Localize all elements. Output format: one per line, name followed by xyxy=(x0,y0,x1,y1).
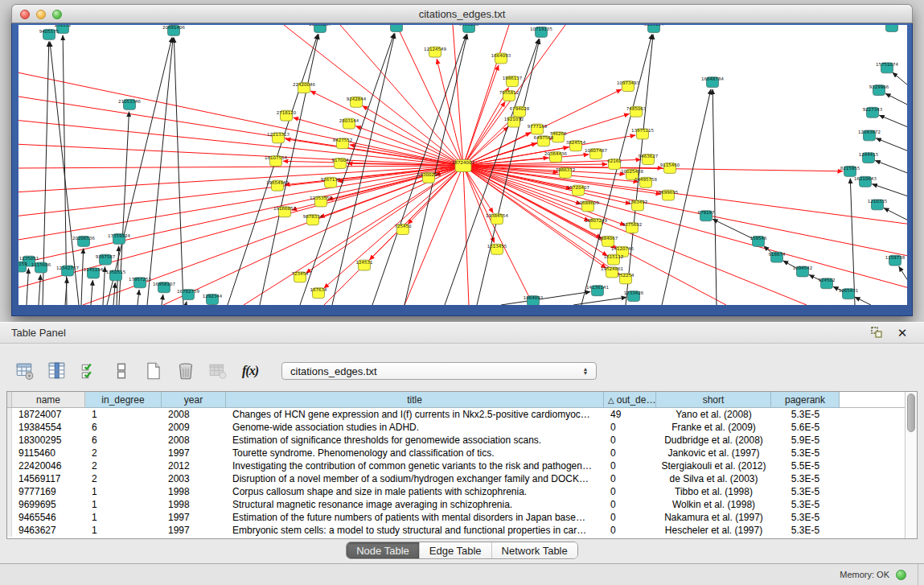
graph-node[interactable]: 2718120 xyxy=(277,110,297,121)
graph-node[interactable]: 725450 xyxy=(395,224,412,234)
table-row[interactable]: 1938455462009Genome-wide association stu… xyxy=(7,421,905,434)
graph-node[interactable]: 1615112 xyxy=(604,254,623,265)
float-window-icon[interactable] xyxy=(869,325,884,340)
graph-node[interactable]: 124531 xyxy=(356,260,373,270)
delete-column-icon[interactable] xyxy=(175,360,196,381)
table-selector-dropdown[interactable]: citations_edges.txt ▲▼ xyxy=(281,362,597,380)
memory-status-icon[interactable] xyxy=(896,570,906,580)
graph-node[interactable]: 9466160 xyxy=(459,25,479,32)
graph-node[interactable]: 9242844 xyxy=(347,97,367,107)
close-icon[interactable]: ✕ xyxy=(895,325,910,340)
graph-node[interactable]: 10719135 xyxy=(530,27,552,37)
graph-node[interactable]: 12124549 xyxy=(424,47,446,57)
graph-node[interactable]: 1986137 xyxy=(503,76,522,86)
graph-node[interactable]: 1350515 xyxy=(106,270,125,280)
graph-node[interactable]: 10688609 xyxy=(577,200,599,211)
column-header-name[interactable]: name xyxy=(12,392,85,408)
graph-node[interactable]: 19384554 xyxy=(486,213,508,224)
column-header-pagerank[interactable]: pagerank xyxy=(771,392,840,408)
graph-node[interactable]: 1115686 xyxy=(31,262,51,273)
table-row[interactable]: 911546021997Tourette syndrome. Phenomeno… xyxy=(7,447,905,459)
graph-node[interactable]: 8215955 xyxy=(840,166,860,176)
minimize-icon[interactable] xyxy=(36,10,46,19)
column-header-title[interactable]: title xyxy=(226,392,604,408)
graph-node[interactable]: 17359924 xyxy=(108,233,130,244)
close-icon[interactable] xyxy=(20,10,30,19)
graph-node[interactable]: 9115460 xyxy=(660,163,680,173)
graph-node[interactable]: 3824554 xyxy=(566,140,586,150)
graph-node[interactable]: 22420046 xyxy=(293,82,315,93)
graph-node[interactable]: 14136141 xyxy=(586,285,609,295)
graph-node[interactable]: 8139104 xyxy=(644,25,664,32)
graph-node[interactable]: 16648784 xyxy=(701,76,724,87)
graph-node[interactable]: 9267130 xyxy=(321,177,341,187)
table-row[interactable]: 1456911722003Disruption of a novel membe… xyxy=(7,472,905,485)
graph-node[interactable]: 17957253 xyxy=(129,277,151,287)
graph-node[interactable]: 18107554 xyxy=(265,155,287,166)
graph-node[interactable]: 16958107 xyxy=(153,282,175,292)
table-row[interactable]: 1872400712008Changes of HCN gene express… xyxy=(7,408,905,421)
graph-node[interactable]: 1527602 xyxy=(387,25,406,31)
graph-node[interactable]: 6794028 xyxy=(510,106,530,117)
graph-node[interactable]: 39159 xyxy=(18,262,27,272)
table-mode-icon[interactable] xyxy=(14,360,35,381)
graph-node[interactable]: 159546 xyxy=(750,236,767,246)
column-header-year[interactable]: year xyxy=(162,392,226,408)
graph-node[interactable]: 21053346 xyxy=(118,99,141,109)
graph-node[interactable]: 679197 xyxy=(698,210,715,220)
network-canvas-container[interactable]: 2311129405575206914061065328715276029466… xyxy=(18,25,907,305)
table-row[interactable]: 977716911998Corpus callosum shape and si… xyxy=(7,485,905,498)
table-row[interactable]: 946362711997Embryonic stem cells: a mode… xyxy=(7,524,905,537)
graph-node[interactable]: 7986372 xyxy=(556,167,575,178)
column-header-short[interactable]: short xyxy=(656,392,771,408)
graph-node[interactable]: 6497568 xyxy=(534,135,554,146)
graph-node[interactable]: 1292344 xyxy=(203,294,223,304)
graph-node[interactable]: 9405575 xyxy=(39,29,59,39)
column-header-out-degree[interactable]: △out_de… xyxy=(604,392,656,408)
select-all-rows-icon[interactable] xyxy=(79,360,100,381)
graph-node[interactable]: 13975115 xyxy=(631,128,654,138)
scrollbar-thumb[interactable] xyxy=(907,393,915,432)
zoom-icon[interactable] xyxy=(52,10,62,19)
graph-node[interactable]: 10653287 xyxy=(309,25,331,32)
function-builder-icon[interactable]: f(x) xyxy=(240,360,261,381)
graph-node[interactable]: 1864093 xyxy=(524,295,544,305)
graph-node[interactable]: 20206536 xyxy=(72,236,95,246)
graph-node[interactable]: 1244415 xyxy=(859,152,878,163)
graph-node[interactable]: 18807249 xyxy=(585,218,607,229)
graph-node[interactable]: 723454 xyxy=(292,271,309,282)
graph-node[interactable]: 18724007 xyxy=(452,160,474,172)
graph-node[interactable]: 10807487 xyxy=(585,148,607,159)
graph-node[interactable]: 924502 xyxy=(819,278,836,288)
tab-edge-table[interactable]: Edge Table xyxy=(419,542,491,558)
delete-table-icon[interactable] xyxy=(207,360,228,381)
table-row[interactable]: 1830029562008Estimation of significance … xyxy=(7,434,905,447)
graph-node[interactable]: 16782759 xyxy=(177,289,199,299)
graph-node[interactable]: 752254 xyxy=(618,273,634,283)
graph-node[interactable]: 19166852 xyxy=(273,206,296,216)
graph-node[interactable]: 8427552 xyxy=(333,138,352,148)
vertical-scrollbar[interactable] xyxy=(905,392,917,538)
column-select-icon[interactable] xyxy=(47,360,68,381)
graph-node[interactable]: 62160 xyxy=(607,159,622,169)
graph-node[interactable]: 7485063 xyxy=(626,106,647,117)
create-column-icon[interactable] xyxy=(143,360,164,381)
graph-node[interactable]: 12213313 xyxy=(267,132,290,142)
graph-node[interactable]: 1664093 xyxy=(491,53,511,64)
window-titlebar[interactable]: citations_edges.txt xyxy=(11,4,913,23)
graph-node[interactable]: 918674 xyxy=(769,252,786,262)
graph-node[interactable]: 9463627 xyxy=(639,154,658,164)
graph-node[interactable]: 2803144 xyxy=(339,118,359,129)
deselect-rows-icon[interactable] xyxy=(111,360,132,381)
graph-node[interactable]: 915650 xyxy=(884,25,901,31)
table-row[interactable]: 2242004622012Investigating the contribut… xyxy=(7,459,905,472)
graph-node[interactable]: 9884067 xyxy=(598,236,618,246)
tab-network-table[interactable]: Network Table xyxy=(491,542,577,558)
graph-node[interactable]: 1145194 xyxy=(84,268,104,278)
table-row[interactable]: 946554611997Estimation of the future num… xyxy=(7,511,905,524)
column-header-in-degree[interactable]: in_degree xyxy=(85,392,162,408)
graph-node[interactable]: 12353559 xyxy=(310,196,332,207)
graph-node[interactable]: 9397587 xyxy=(96,254,115,265)
table-row[interactable]: 969969511998Structural magnetic resonanc… xyxy=(7,498,905,511)
graph-node[interactable]: 187634 xyxy=(310,287,327,298)
